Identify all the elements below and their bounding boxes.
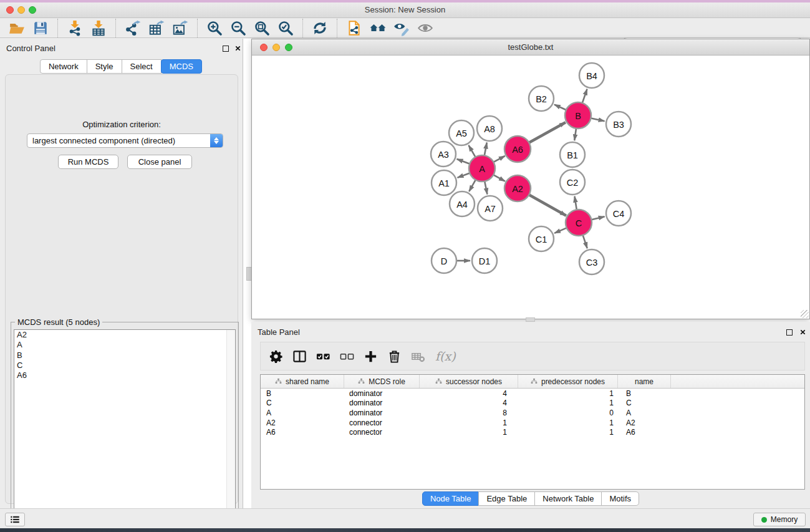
hide-graphics-details-icon[interactable] (392, 19, 411, 37)
home-icon[interactable] (369, 19, 387, 37)
mcds-result-item[interactable]: A2 (14, 330, 235, 340)
graph-edge-B-B1[interactable] (574, 128, 576, 140)
table-cell[interactable]: 4 (420, 389, 518, 398)
graph-node-A2[interactable]: A2 (504, 175, 531, 201)
mcds-result-item[interactable]: B (14, 351, 235, 360)
column-header-name[interactable]: name (618, 375, 671, 388)
graph-edge-C-C2[interactable] (574, 196, 576, 210)
table-cell[interactable]: dominator (344, 399, 420, 407)
horizontal-splitter-grip[interactable] (526, 317, 535, 322)
graph-edge-A2-C[interactable] (529, 195, 566, 215)
graph-node-B4[interactable]: B4 (579, 63, 604, 88)
select-all-icon[interactable] (316, 349, 330, 364)
table-cell[interactable]: 1 (518, 389, 618, 398)
graph-edge-A-A5[interactable] (469, 145, 476, 157)
graph-node-A7[interactable]: A7 (478, 196, 503, 221)
close-panel-button[interactable]: Close panel (127, 155, 192, 169)
import-network-icon[interactable] (65, 19, 84, 37)
mcds-result-item[interactable]: C (14, 360, 235, 370)
criterion-dropdown[interactable]: largest connected component (directed) (27, 133, 223, 148)
mcds-result-item[interactable]: A6 (14, 370, 235, 380)
show-graphics-details-icon[interactable] (416, 19, 435, 37)
table-row[interactable]: A2connector11A2 (261, 418, 804, 428)
save-session-icon[interactable] (31, 19, 50, 37)
close-panel-icon[interactable] (234, 45, 242, 52)
graph-edge-C-C1[interactable] (554, 228, 567, 233)
graph-edge-A-A1[interactable] (458, 173, 470, 177)
export-image-icon[interactable] (171, 19, 190, 37)
graph-node-A6[interactable]: A6 (504, 136, 531, 162)
graph-node-B[interactable]: B (565, 102, 591, 128)
export-table-icon[interactable] (147, 19, 166, 37)
graph-node-D[interactable]: D (432, 248, 456, 273)
float-table-panel-icon[interactable] (786, 329, 793, 336)
network-window-titlebar[interactable]: testGlobe.txt (252, 39, 809, 56)
graph-edge-A-A8[interactable] (485, 143, 487, 156)
table-cell[interactable]: 0 (518, 409, 618, 417)
graph-node-B1[interactable]: B1 (560, 142, 585, 167)
graph-edge-A-A2[interactable] (493, 175, 505, 181)
graph-edge-A6-B[interactable] (529, 122, 566, 143)
tab-motifs[interactable]: Motifs (601, 491, 639, 506)
graph-node-C4[interactable]: C4 (606, 201, 631, 226)
table-settings-icon[interactable] (268, 349, 283, 364)
refresh-view-icon[interactable] (311, 19, 329, 37)
table-cell[interactable]: A (261, 409, 344, 417)
table-cell[interactable]: 1 (420, 428, 518, 437)
graph-edge-B-B2[interactable] (554, 105, 566, 110)
graph-edge-A-A6[interactable] (493, 156, 504, 162)
window-resize-grip[interactable] (801, 310, 809, 318)
export-network-icon[interactable] (123, 19, 142, 37)
graph-node-A1[interactable]: A1 (432, 170, 456, 195)
table-cell[interactable]: A (618, 409, 671, 417)
graph-node-C1[interactable]: C1 (529, 226, 554, 251)
zoom-out-icon[interactable] (229, 19, 248, 37)
graph-node-D1[interactable]: D1 (472, 248, 497, 273)
table-cell[interactable]: 1 (518, 418, 618, 427)
graph-edge-C-C4[interactable] (591, 216, 604, 220)
table-cell[interactable]: A2 (618, 418, 671, 427)
graph-node-C2[interactable]: C2 (560, 170, 585, 195)
column-header-predecessor-nodes[interactable]: predecessor nodes (518, 375, 618, 388)
tab-select[interactable]: Select (122, 59, 162, 74)
open-session-icon[interactable] (7, 19, 26, 37)
graph-edge-C-C3[interactable] (583, 235, 587, 248)
table-cell[interactable]: 1 (518, 399, 618, 407)
graph-node-A3[interactable]: A3 (431, 142, 456, 167)
table-cell[interactable]: dominator (344, 389, 420, 398)
delete-table-icon[interactable] (410, 349, 425, 364)
column-header-MCDS-role[interactable]: MCDS role (344, 375, 420, 388)
tab-network-table[interactable]: Network Table (534, 491, 602, 506)
network-graph[interactable]: AA1A2A3A4A5A6A7A8BB1B2B3B4CC1C2C3C4DD1 (252, 56, 809, 319)
table-cell[interactable]: A2 (261, 418, 344, 427)
mcds-result-item[interactable]: A (14, 340, 235, 350)
tab-mcds[interactable]: MCDS (161, 59, 202, 74)
graph-edge-A-A4[interactable] (469, 180, 475, 191)
main-titlebar[interactable]: Session: New Session (0, 2, 810, 18)
graph-node-C[interactable]: C (566, 210, 592, 236)
function-builder-icon[interactable]: f(x) (435, 349, 456, 363)
table-cell[interactable]: 1 (518, 428, 618, 437)
tab-edge-table[interactable]: Edge Table (478, 491, 535, 506)
graph-edge-B-B4[interactable] (582, 89, 587, 103)
column-header-successor-nodes[interactable]: successor nodes (420, 375, 518, 388)
deselect-all-icon[interactable] (339, 349, 354, 364)
tab-node-table[interactable]: Node Table (422, 491, 480, 506)
float-panel-icon[interactable] (223, 46, 229, 52)
table-row[interactable]: Cdominator41C (261, 399, 804, 409)
network-canvas[interactable]: AA1A2A3A4A5A6A7A8BB1B2B3B4CC1C2C3C4DD1 (252, 56, 809, 319)
table-row[interactable]: A6connector11A6 (261, 427, 804, 437)
graph-edge-B-B3[interactable] (591, 118, 605, 121)
table-cell[interactable]: B (261, 389, 344, 398)
table-cell[interactable]: 1 (420, 418, 518, 427)
table-cell[interactable]: A6 (261, 428, 344, 437)
memory-button[interactable]: Memory (753, 513, 806, 526)
graph-node-B2[interactable]: B2 (529, 86, 554, 111)
table-cell[interactable]: 4 (420, 399, 518, 407)
table-cell[interactable]: 8 (420, 409, 518, 417)
dropdown-stepper-icon[interactable] (210, 134, 223, 147)
graph-node-C3[interactable]: C3 (579, 249, 604, 274)
table-cell[interactable]: C (261, 399, 344, 407)
graph-node-A5[interactable]: A5 (449, 120, 474, 145)
zoom-fit-icon[interactable] (253, 19, 271, 37)
